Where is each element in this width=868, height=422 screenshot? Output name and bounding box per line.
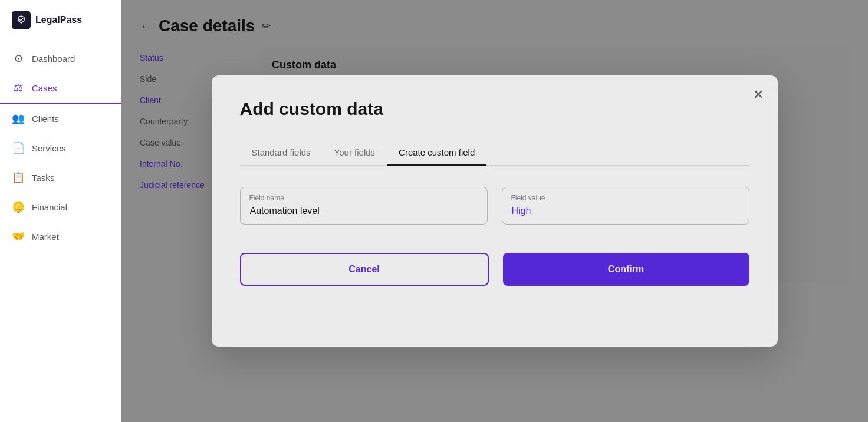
confirm-button[interactable]: Confirm [503,253,749,286]
financial-icon: 🪙 [12,200,25,213]
sidebar-item-tasks[interactable]: 📋 Tasks [0,163,121,192]
modal-tabs: Standard fields Your fields Create custo… [240,140,749,166]
field-name-label: Field name [249,194,284,202]
sidebar-item-dashboard[interactable]: ⊙ Dashboard [0,44,121,73]
sidebar-item-label: Cases [32,83,57,93]
services-icon: 📄 [12,141,25,154]
dashboard-icon: ⊙ [12,52,25,65]
modal-title: Add custom data [240,99,749,119]
main-content: ← Case details ✏ Status Side Client Coun… [121,0,868,422]
field-name-group: Field name [240,187,488,225]
sidebar-item-label: Dashboard [32,54,75,64]
sidebar-item-label: Financial [32,202,67,212]
sidebar-item-services[interactable]: 📄 Services [0,133,121,163]
logo-text: LegalPass [35,15,82,25]
sidebar-item-label: Tasks [32,173,54,183]
add-custom-data-modal: ✕ Add custom data Standard fields Your f… [212,75,778,347]
sidebar-item-label: Clients [32,114,59,124]
tab-create-custom-field[interactable]: Create custom field [387,140,486,166]
sidebar-item-label: Market [32,232,59,242]
modal-close-button[interactable]: ✕ [753,87,764,103]
sidebar: LegalPass ⊙ Dashboard ⚖ Cases 👥 Clients … [0,0,121,422]
logo: LegalPass [0,0,121,44]
field-name-input[interactable] [240,187,488,225]
market-icon: 🤝 [12,230,25,243]
clients-icon: 👥 [12,112,25,125]
tasks-icon: 📋 [12,171,25,184]
sidebar-item-financial[interactable]: 🪙 Financial [0,192,121,222]
modal-overlay: ✕ Add custom data Standard fields Your f… [121,0,868,422]
field-value-group: Field value [502,187,749,225]
tab-standard-fields[interactable]: Standard fields [240,140,323,166]
logo-icon [12,11,31,29]
cancel-button[interactable]: Cancel [240,253,489,286]
sidebar-item-clients[interactable]: 👥 Clients [0,104,121,133]
modal-fields: Field name Field value [240,187,749,225]
cases-icon: ⚖ [12,81,25,94]
sidebar-item-market[interactable]: 🤝 Market [0,222,121,251]
field-value-label: Field value [511,194,545,202]
tab-your-fields[interactable]: Your fields [323,140,387,166]
sidebar-item-label: Services [32,143,66,153]
sidebar-nav: ⊙ Dashboard ⚖ Cases 👥 Clients 📄 Services… [0,44,121,422]
modal-actions: Cancel Confirm [240,253,749,286]
sidebar-item-cases[interactable]: ⚖ Cases [0,73,121,104]
field-value-input[interactable] [502,187,749,225]
